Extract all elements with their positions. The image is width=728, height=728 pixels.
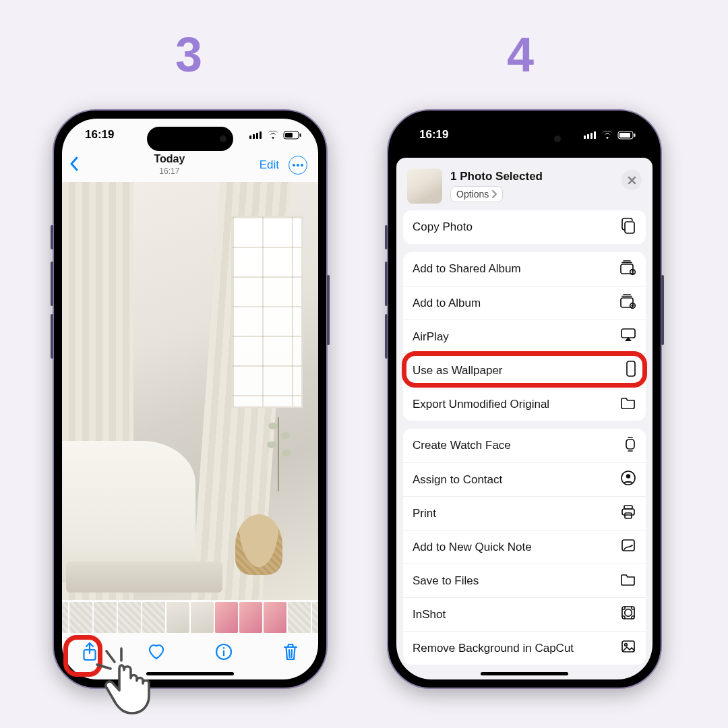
svg-point-13 [222,647,224,649]
share-action-label: Remove Background in CapCut [413,642,574,655]
share-action-label: Create Watch Face [413,439,511,452]
airplay-icon [620,328,636,346]
edit-button[interactable]: Edit [260,158,279,172]
options-button[interactable]: Options [450,186,503,202]
use-as-wallpaper-icon [626,360,636,381]
status-time: 16:19 [85,128,114,142]
share-action-label: Export Unmodified Original [413,398,549,411]
share-action-label: Add to Album [413,297,481,310]
dynamic-island [481,127,568,151]
svg-point-44 [625,644,628,646]
svg-line-17 [97,665,111,669]
svg-rect-3 [260,131,262,139]
share-action-label: Assign to Contact [413,473,502,487]
create-watch-face-icon [624,435,636,456]
svg-rect-21 [590,133,593,139]
status-icons [249,131,302,140]
share-action-add-to-new-quick-note[interactable]: Add to New Quick Note [403,530,646,564]
svg-point-42 [625,609,632,617]
svg-rect-5 [285,133,293,138]
copy-photo-icon [620,217,636,238]
share-action-label: AirPlay [413,330,449,344]
svg-rect-26 [625,222,634,233]
export-unmodified-original-icon [620,396,636,413]
add-to-shared-album-icon [619,260,636,279]
svg-point-8 [297,164,299,166]
svg-point-9 [301,164,303,166]
share-action-label: InShot [413,608,446,621]
svg-point-7 [293,164,295,166]
close-button[interactable] [621,170,642,190]
share-action-label: Print [413,507,436,520]
share-action-label: Copy Photo [413,220,473,234]
back-button[interactable] [69,156,80,174]
share-action-export-unmodified-original[interactable]: Export Unmodified Original [403,387,646,421]
svg-rect-24 [619,133,630,138]
phone-right: 16:19 1 Photo Selected Options [387,109,662,689]
svg-rect-20 [587,134,589,139]
svg-rect-27 [621,264,633,274]
assign-to-contact-icon [620,470,636,489]
svg-rect-33 [627,361,635,376]
svg-rect-25 [634,133,636,137]
svg-line-15 [291,650,292,657]
share-action-save-to-files[interactable]: Save to Files [403,564,646,597]
share-sheet-thumbnail [407,169,442,204]
print-icon [620,504,636,523]
svg-rect-32 [621,329,635,338]
svg-rect-41 [622,607,634,619]
share-action-remove-background-in-capcut[interactable]: Remove Background in CapCut [403,631,646,665]
svg-rect-19 [584,135,586,139]
share-sheet: 1 Photo Selected Options Copy PhotoAdd t… [396,158,653,679]
svg-rect-30 [621,298,633,307]
svg-point-29 [632,270,634,272]
status-icons [584,131,636,140]
share-action-airplay[interactable]: AirPlay [403,320,646,353]
info-button[interactable] [212,640,235,663]
share-action-inshot[interactable]: InShot [403,597,646,631]
status-time: 16:19 [419,128,448,142]
add-to-album-icon [619,293,636,313]
more-button[interactable] [289,156,307,175]
phone-left: 16:19 Today16:17 Edit [53,109,328,689]
svg-rect-0 [249,135,251,139]
svg-rect-6 [300,133,301,137]
share-action-label: Add to New Quick Note [413,541,532,554]
share-sheet-header: 1 Photo Selected Options [403,164,646,210]
svg-line-16 [107,651,115,662]
remove-background-in-capcut-icon [620,639,636,657]
svg-line-14 [289,650,290,657]
share-action-label: Add to Shared Album [413,262,521,276]
share-action-print[interactable]: Print [403,496,646,530]
photo-preview[interactable] [62,182,318,600]
share-action-label: Save to Files [413,574,479,588]
delete-button[interactable] [279,640,302,663]
share-action-copy-photo[interactable]: Copy Photo [403,210,646,244]
nav-title: Today16:17 [154,154,185,177]
step-number-4: 4 [507,27,534,82]
share-action-assign-to-contact[interactable]: Assign to Contact [403,462,646,496]
thumbnail-strip[interactable] [62,600,318,635]
share-action-add-to-shared-album[interactable]: Add to Shared Album [403,252,646,286]
share-action-use-as-wallpaper[interactable]: Use as Wallpaper [403,353,646,387]
share-action-label: Use as Wallpaper [413,364,503,377]
svg-rect-1 [253,134,255,139]
svg-rect-2 [256,133,258,139]
dynamic-island [147,127,233,151]
home-indicator[interactable] [481,672,568,675]
inshot-icon [620,605,636,624]
share-action-create-watch-face[interactable]: Create Watch Face [403,429,646,462]
add-to-new-quick-note-icon [620,538,636,556]
share-sheet-title: 1 Photo Selected [450,170,543,183]
step-number-3: 3 [175,27,202,82]
svg-point-36 [626,474,630,478]
save-to-files-icon [620,572,636,589]
svg-rect-38 [622,509,634,515]
svg-rect-39 [625,513,632,518]
share-action-add-to-album[interactable]: Add to Album [403,286,646,320]
photos-nav-bar: Today16:17 Edit [62,151,318,182]
svg-rect-22 [594,131,596,139]
tap-cursor-icon [94,647,169,724]
svg-rect-34 [626,439,634,449]
